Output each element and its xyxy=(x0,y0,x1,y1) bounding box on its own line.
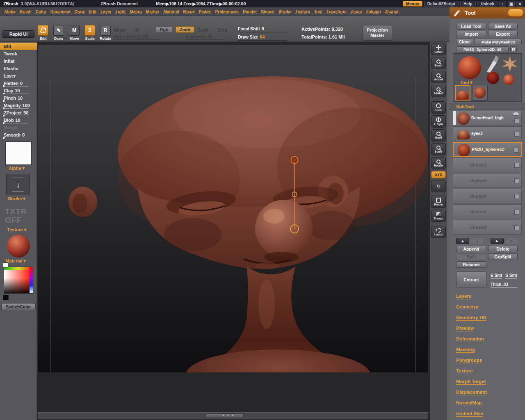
menu-texture[interactable]: Texture xyxy=(295,9,310,14)
xyz-button[interactable]: XYZ xyxy=(431,171,446,178)
brush-pinch[interactable]: Pinch10 xyxy=(0,94,37,102)
lsym-button[interactable]: L.Sym xyxy=(431,115,446,128)
subtool-shift-disabled-button[interactable]: ► xyxy=(505,238,518,244)
menu-render[interactable]: Render xyxy=(243,9,257,14)
color-picker[interactable] xyxy=(4,267,33,294)
subtool-toggle-icon[interactable] xyxy=(514,178,519,183)
section-normalmap[interactable]: NormalMap xyxy=(456,400,482,406)
stroke-dropdown[interactable]: Stroke▼ xyxy=(8,196,26,201)
menu-layer[interactable]: Layer xyxy=(100,9,112,14)
restore-config-button[interactable]: R xyxy=(510,46,517,52)
section-geometry-hd[interactable]: Geometry HD xyxy=(456,315,486,321)
scroll-button[interactable]: Scroll xyxy=(431,43,446,55)
brush-morph[interactable]: Morph xyxy=(0,124,37,131)
section-unified-skin[interactable]: Unified Skin xyxy=(456,411,483,417)
section-preview[interactable]: Preview xyxy=(456,326,474,331)
darksphere-tool-thumb[interactable] xyxy=(487,72,499,84)
menu-stencil[interactable]: Stencil xyxy=(261,9,274,14)
hscroll-arrows-icon[interactable]: ◄▲► xyxy=(221,413,236,417)
brush-layer[interactable]: Layer xyxy=(0,72,37,80)
mrgb-button[interactable]: Mrgb xyxy=(114,27,125,32)
move-mode-button[interactable]: M Move xyxy=(67,25,81,41)
clone-button[interactable]: Clone xyxy=(456,39,473,45)
menu-transform[interactable]: Transform xyxy=(326,9,347,14)
focal-shift-slider[interactable]: Focal Shift0 xyxy=(238,26,287,32)
alpha-thumbnail[interactable] xyxy=(5,142,32,165)
subtool-toggle-icon[interactable] xyxy=(514,194,519,199)
draw-mode-button[interactable]: ✎ Draw xyxy=(52,25,66,41)
shelf-move-button[interactable]: Move xyxy=(431,129,446,142)
horizontal-scrollbar[interactable]: ◄▲► xyxy=(38,412,428,419)
menu-preferences[interactable]: Preferences xyxy=(215,9,239,14)
menu-stroke[interactable]: Stroke xyxy=(278,9,291,14)
rapid-ui-button[interactable]: Rapid UI xyxy=(2,30,34,38)
active-tool-sphere-thumb[interactable] xyxy=(458,56,481,79)
menu-light[interactable]: Light xyxy=(116,9,126,14)
section-masking[interactable]: Masking xyxy=(456,347,475,353)
sculpt-canvas[interactable] xyxy=(37,42,430,420)
split-button[interactable]: Split xyxy=(456,253,486,260)
hue-strip-top[interactable] xyxy=(4,267,33,270)
export-button[interactable]: Export xyxy=(488,31,518,37)
section-displacement[interactable]: Displacement xyxy=(456,390,487,395)
close-icon[interactable]: ✕ xyxy=(516,1,523,7)
tool-palette-header[interactable]: Tool xyxy=(450,7,525,18)
rename-button[interactable]: Rename xyxy=(456,261,486,268)
menu-tool[interactable]: Tool xyxy=(314,9,322,14)
shelf-scale-button[interactable]: Scale xyxy=(431,143,446,155)
menu-marker[interactable]: Marker xyxy=(146,9,160,14)
rgb-button[interactable]: Rgb xyxy=(156,26,172,33)
extract-button[interactable]: Extract xyxy=(456,272,486,288)
brush-elastic[interactable]: Elastic xyxy=(0,65,37,72)
zoom-button[interactable]: Zoom xyxy=(431,57,446,69)
brush-flatten[interactable]: Flatten0 xyxy=(0,80,37,87)
menus-button[interactable]: Menus xyxy=(403,1,422,7)
subtool-toggle-icon[interactable] xyxy=(514,210,519,215)
menu-edit[interactable]: Edit xyxy=(89,9,96,14)
menu-zplugin[interactable]: Zplugin xyxy=(366,9,381,14)
material-dropdown[interactable]: Material▼ xyxy=(5,258,27,263)
grid-icon[interactable]: ▣ xyxy=(508,1,515,7)
brush-std[interactable]: Std xyxy=(0,43,37,50)
lasso-button[interactable]: Lasso xyxy=(431,226,446,238)
e-smt-toggle[interactable]: E Smt xyxy=(491,273,502,278)
save-as-button[interactable]: Save As xyxy=(488,23,518,30)
make-polymesh3d-button[interactable]: Make PolyMesh3D xyxy=(475,39,522,45)
subtool-shift-button[interactable]: ► xyxy=(491,238,504,244)
menu-material[interactable]: Material xyxy=(163,9,179,14)
sculpted-head-model[interactable] xyxy=(68,76,429,400)
subtool-up-disabled-button[interactable]: ▲ xyxy=(471,238,484,244)
menu-zscript[interactable]: Zscript xyxy=(385,9,398,14)
brush-tweak[interactable]: Tweak xyxy=(0,50,37,57)
visibility-eye-icon[interactable] xyxy=(513,112,519,116)
edit-mode-button[interactable]: Edit xyxy=(36,25,50,41)
thick-slider[interactable]: Thick .03 xyxy=(491,282,518,288)
subtool-toggle-icon[interactable] xyxy=(514,163,519,168)
switch-color-button[interactable]: SwitchColor xyxy=(1,303,36,310)
recent-tool-thumb[interactable] xyxy=(472,85,488,100)
secondary-color-swatch[interactable] xyxy=(3,262,8,267)
subtool-row-demohead[interactable]: DemoHead_bigh xyxy=(453,111,522,126)
menu-document[interactable]: Document xyxy=(50,9,71,14)
updown-icon[interactable]: ↕ xyxy=(499,1,506,7)
section-layers[interactable]: Layers xyxy=(456,294,471,299)
section-texture[interactable]: Texture xyxy=(456,368,473,374)
sphere-tool-thumb[interactable] xyxy=(503,74,514,85)
menu-alpha[interactable]: Alpha xyxy=(4,9,16,14)
shelf-rotate-button[interactable]: Rotate xyxy=(431,157,446,169)
draw-size-slider[interactable]: Draw Size64 xyxy=(238,34,287,41)
recent-tool-thumb-selected[interactable] xyxy=(455,85,470,100)
section-deformation[interactable]: Deformation xyxy=(456,336,484,342)
default-zscript-button[interactable]: DefaultZScript xyxy=(424,1,459,7)
local-button[interactable]: Local xyxy=(431,101,446,114)
alpha-dropdown[interactable]: Alpha▼ xyxy=(9,166,25,171)
tool-dropdown[interactable]: Tool▼ xyxy=(460,80,473,85)
zadd-button[interactable]: Zadd xyxy=(176,26,194,33)
brush-magnify[interactable]: Magnify100 xyxy=(0,102,37,109)
help-button[interactable]: Help xyxy=(460,1,476,7)
scale-mode-button[interactable]: S Scale xyxy=(83,25,97,41)
transp-button[interactable]: Transp xyxy=(431,210,446,222)
projection-master-button[interactable]: Projection Master xyxy=(363,25,392,41)
load-tool-button[interactable]: Load Tool xyxy=(456,23,486,30)
aahalf-button[interactable]: AAHalf xyxy=(431,85,446,97)
